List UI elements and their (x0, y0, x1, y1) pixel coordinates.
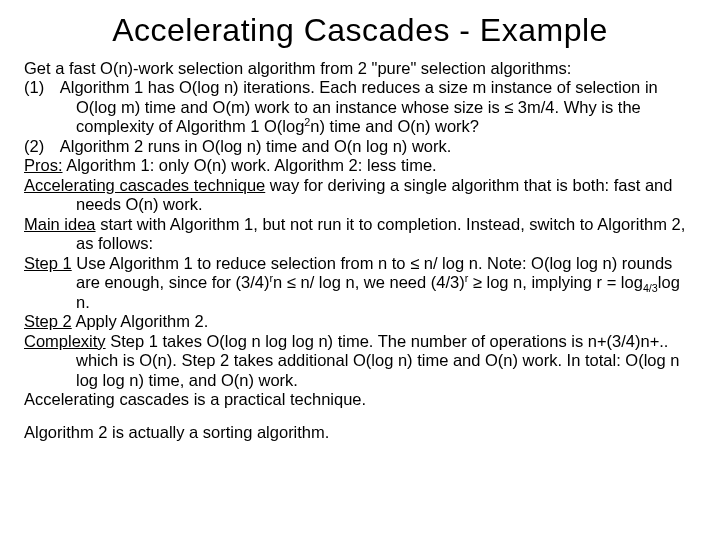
item-2-lead: (2) (24, 137, 60, 155)
pros-line: Pros: Algorithm 1: only O(n) work. Algor… (24, 156, 696, 175)
step-2-text: Apply Algorithm 2. (72, 312, 209, 330)
slide-body: Get a fast O(n)-work selection algorithm… (24, 59, 696, 443)
main-idea-text: start with Algorithm 1, but not run it t… (76, 215, 685, 252)
step-1-text-c: ≥ log n, implying r = log (468, 273, 643, 291)
step-1-text-b: n ≤ n/ log n, we need (4/3) (273, 273, 465, 291)
step-2-label: Step 2 (24, 312, 72, 330)
slide: Accelerating Cascades - Example Get a fa… (0, 0, 720, 451)
step-1-line: Step 1 Use Algorithm 1 to reduce selecti… (24, 254, 696, 312)
item-2-text: Algorithm 2 runs in O(log n) time and O(… (60, 137, 452, 155)
practical-line: Accelerating cascades is a practical tec… (24, 390, 696, 409)
step-2-line: Step 2 Apply Algorithm 2. (24, 312, 696, 331)
footer-line: Algorithm 2 is actually a sorting algori… (24, 423, 696, 442)
main-idea-label: Main idea (24, 215, 96, 233)
item-2: (2) Algorithm 2 runs in O(log n) time an… (24, 137, 696, 156)
item-1: (1) Algorithm 1 has O(log n) iterations.… (24, 78, 696, 136)
pros-text: Algorithm 1: only O(n) work. Algorithm 2… (63, 156, 437, 174)
complexity-line: Complexity Step 1 takes O(log n log log … (24, 332, 696, 390)
pros-label: Pros: (24, 156, 63, 174)
accelerating-line: Accelerating cascades technique way for … (24, 176, 696, 215)
spacer (24, 409, 696, 423)
main-idea-line: Main idea start with Algorithm 1, but no… (24, 215, 696, 254)
item-1-text-b: n) time and O(n) work? (310, 117, 479, 135)
accelerating-label: Accelerating cascades technique (24, 176, 265, 194)
complexity-label: Complexity (24, 332, 106, 350)
complexity-text: Step 1 takes O(log n log log n) time. Th… (76, 332, 679, 389)
slide-title: Accelerating Cascades - Example (24, 12, 696, 49)
item-1-lead: (1) (24, 78, 60, 96)
intro-line: Get a fast O(n)-work selection algorithm… (24, 59, 696, 78)
step-1-label: Step 1 (24, 254, 72, 272)
sub-4-3: 4/3 (643, 282, 658, 294)
